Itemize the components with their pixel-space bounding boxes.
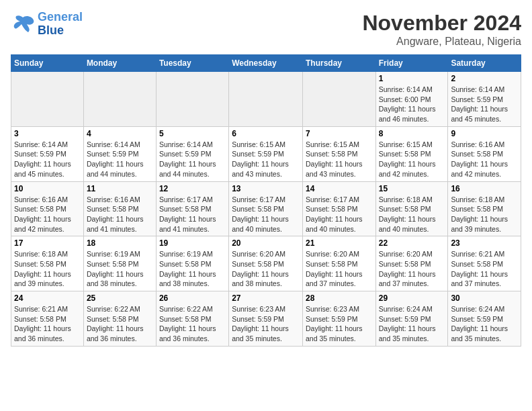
day-info: Sunrise: 6:17 AMSunset: 5:58 PMDaylight:… [232,195,300,234]
day-info: Sunrise: 6:23 AMSunset: 5:59 PMDaylight:… [306,304,373,344]
calendar-cell: 6Sunrise: 6:15 AMSunset: 5:59 PMDaylight… [229,126,303,181]
day-info: Sunrise: 6:21 AMSunset: 5:58 PMDaylight:… [451,249,518,289]
day-number: 24 [14,293,81,303]
weekday-header-sunday: Sunday [11,55,84,72]
day-info: Sunrise: 6:15 AMSunset: 5:58 PMDaylight:… [306,140,373,179]
day-info: Sunrise: 6:18 AMSunset: 5:58 PMDaylight:… [451,195,518,234]
day-number: 3 [14,129,81,138]
day-info: Sunrise: 6:16 AMSunset: 5:58 PMDaylight:… [451,140,518,179]
day-info: Sunrise: 6:24 AMSunset: 5:59 PMDaylight:… [379,304,445,344]
day-number: 4 [87,129,153,138]
calendar-cell: 26Sunrise: 6:22 AMSunset: 5:58 PMDayligh… [156,291,228,347]
day-info: Sunrise: 6:22 AMSunset: 5:58 PMDaylight:… [159,304,226,344]
weekday-header-monday: Monday [83,55,156,72]
logo-text: General Blue [38,11,83,38]
calendar-cell: 4Sunrise: 6:14 AMSunset: 5:59 PMDaylight… [83,126,156,181]
day-number: 23 [451,238,518,248]
calendar-cell: 9Sunrise: 6:16 AMSunset: 5:58 PMDaylight… [448,126,521,181]
day-number: 25 [87,293,153,303]
day-number: 21 [306,238,373,248]
day-info: Sunrise: 6:17 AMSunset: 5:58 PMDaylight:… [306,195,373,234]
day-info: Sunrise: 6:22 AMSunset: 5:58 PMDaylight:… [87,304,153,344]
day-info: Sunrise: 6:18 AMSunset: 5:58 PMDaylight:… [14,249,81,289]
calendar-body: 1Sunrise: 6:14 AMSunset: 6:00 PMDaylight… [11,72,521,347]
day-info: Sunrise: 6:15 AMSunset: 5:58 PMDaylight:… [379,140,445,179]
calendar-cell: 20Sunrise: 6:20 AMSunset: 5:58 PMDayligh… [229,236,303,291]
calendar-cell: 16Sunrise: 6:18 AMSunset: 5:58 PMDayligh… [448,181,521,236]
calendar-cell [229,72,303,127]
day-number: 5 [159,129,226,138]
day-number: 10 [14,184,81,193]
day-number: 11 [87,184,153,193]
day-number: 17 [14,238,81,248]
calendar-cell: 2Sunrise: 6:14 AMSunset: 5:59 PMDaylight… [448,72,521,127]
calendar-cell: 1Sunrise: 6:14 AMSunset: 6:00 PMDaylight… [375,72,448,127]
calendar-cell [302,72,375,127]
title-block: November 2024 Angware, Plateau, Nigeria [362,11,521,48]
calendar-cell: 14Sunrise: 6:17 AMSunset: 5:58 PMDayligh… [302,181,375,236]
day-info: Sunrise: 6:14 AMSunset: 5:59 PMDaylight:… [14,140,81,179]
day-number: 29 [379,293,445,303]
day-info: Sunrise: 6:16 AMSunset: 5:58 PMDaylight:… [14,195,81,234]
day-number: 20 [232,238,300,248]
calendar-cell: 15Sunrise: 6:18 AMSunset: 5:58 PMDayligh… [375,181,448,236]
calendar-cell: 5Sunrise: 6:14 AMSunset: 5:59 PMDaylight… [156,126,228,181]
calendar-cell: 3Sunrise: 6:14 AMSunset: 5:59 PMDaylight… [11,126,84,181]
day-number: 18 [87,238,153,248]
day-info: Sunrise: 6:18 AMSunset: 5:58 PMDaylight:… [379,195,445,234]
day-info: Sunrise: 6:20 AMSunset: 5:58 PMDaylight:… [379,249,445,289]
day-number: 26 [159,293,226,303]
day-number: 16 [451,184,518,193]
day-info: Sunrise: 6:14 AMSunset: 5:59 PMDaylight:… [87,140,153,179]
day-number: 12 [159,184,226,193]
day-info: Sunrise: 6:19 AMSunset: 5:58 PMDaylight:… [159,249,226,289]
calendar-table: SundayMondayTuesdayWednesdayThursdayFrid… [11,54,521,347]
day-info: Sunrise: 6:23 AMSunset: 5:59 PMDaylight:… [232,304,300,344]
day-info: Sunrise: 6:16 AMSunset: 5:58 PMDaylight:… [87,195,153,234]
day-number: 15 [379,184,445,193]
calendar-cell: 18Sunrise: 6:19 AMSunset: 5:58 PMDayligh… [83,236,156,291]
day-info: Sunrise: 6:24 AMSunset: 5:59 PMDaylight:… [451,304,518,344]
day-number: 30 [451,293,518,303]
calendar-header: SundayMondayTuesdayWednesdayThursdayFrid… [11,55,521,72]
day-number: 13 [232,184,300,193]
weekday-header-row: SundayMondayTuesdayWednesdayThursdayFrid… [11,55,521,72]
calendar-cell: 10Sunrise: 6:16 AMSunset: 5:58 PMDayligh… [11,181,84,236]
logo-icon [11,15,35,34]
day-number: 19 [159,238,226,248]
page-header: General Blue November 2024 Angware, Plat… [11,11,521,48]
day-info: Sunrise: 6:20 AMSunset: 5:58 PMDaylight:… [232,249,300,289]
day-info: Sunrise: 6:17 AMSunset: 5:58 PMDaylight:… [159,195,226,234]
weekday-header-saturday: Saturday [448,55,521,72]
weekday-header-tuesday: Tuesday [156,55,228,72]
day-number: 28 [306,293,373,303]
calendar-cell: 29Sunrise: 6:24 AMSunset: 5:59 PMDayligh… [375,291,448,347]
calendar-cell: 30Sunrise: 6:24 AMSunset: 5:59 PMDayligh… [448,291,521,347]
day-number: 8 [379,129,445,138]
calendar-cell: 17Sunrise: 6:18 AMSunset: 5:58 PMDayligh… [11,236,84,291]
week-row-4: 17Sunrise: 6:18 AMSunset: 5:58 PMDayligh… [11,236,521,291]
day-info: Sunrise: 6:15 AMSunset: 5:59 PMDaylight:… [232,140,300,179]
weekday-header-friday: Friday [375,55,448,72]
day-number: 1 [379,74,445,83]
calendar-cell: 11Sunrise: 6:16 AMSunset: 5:58 PMDayligh… [83,181,156,236]
calendar-cell: 27Sunrise: 6:23 AMSunset: 5:59 PMDayligh… [229,291,303,347]
week-row-5: 24Sunrise: 6:21 AMSunset: 5:58 PMDayligh… [11,291,521,347]
day-number: 2 [451,74,518,83]
day-info: Sunrise: 6:20 AMSunset: 5:58 PMDaylight:… [306,249,373,289]
logo: General Blue [11,11,83,38]
calendar-cell: 25Sunrise: 6:22 AMSunset: 5:58 PMDayligh… [83,291,156,347]
calendar-cell: 19Sunrise: 6:19 AMSunset: 5:58 PMDayligh… [156,236,228,291]
calendar-cell: 22Sunrise: 6:20 AMSunset: 5:58 PMDayligh… [375,236,448,291]
week-row-1: 1Sunrise: 6:14 AMSunset: 6:00 PMDaylight… [11,72,521,127]
calendar-cell [11,72,84,127]
day-info: Sunrise: 6:21 AMSunset: 5:58 PMDaylight:… [14,304,81,344]
calendar-subtitle: Angware, Plateau, Nigeria [362,36,521,48]
day-number: 6 [232,129,300,138]
day-number: 27 [232,293,300,303]
day-number: 7 [306,129,373,138]
day-info: Sunrise: 6:14 AMSunset: 5:59 PMDaylight:… [451,85,518,124]
calendar-cell: 12Sunrise: 6:17 AMSunset: 5:58 PMDayligh… [156,181,228,236]
day-info: Sunrise: 6:14 AMSunset: 6:00 PMDaylight:… [379,85,445,124]
calendar-cell: 7Sunrise: 6:15 AMSunset: 5:58 PMDaylight… [302,126,375,181]
